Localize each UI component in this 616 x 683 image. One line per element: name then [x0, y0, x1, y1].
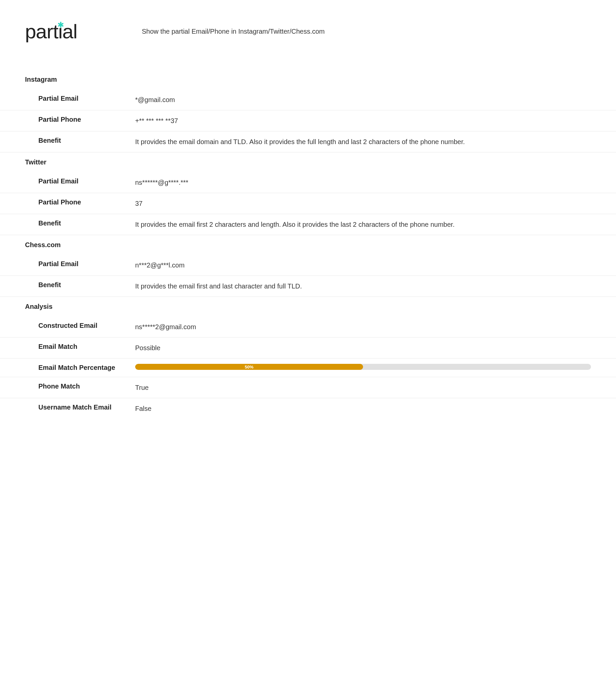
twitter-benefit-row: Benefit It provides the email first 2 ch…: [0, 214, 616, 235]
constructed-email-row: Constructed Email ns*****2@gmail.com: [0, 317, 616, 338]
chesscom-section-title: Chess.com: [0, 235, 616, 255]
chesscom-benefit-row: Benefit It provides the email first and …: [0, 276, 616, 297]
twitter-partial-email-label: Partial Email: [38, 177, 135, 185]
phone-match-row: Phone Match True: [0, 377, 616, 398]
twitter-partial-email-row: Partial Email ns******@g****.***: [0, 172, 616, 193]
chesscom-benefit-value: It provides the email first and last cha…: [135, 281, 591, 291]
instagram-benefit-value: It provides the email domain and TLD. Al…: [135, 137, 591, 147]
instagram-partial-phone-label: Partial Phone: [38, 116, 135, 123]
email-match-percentage-row: Email Match Percentage 50%: [0, 359, 616, 377]
email-match-label: Email Match: [38, 343, 135, 350]
instagram-partial-email-value: *@gmail.com: [135, 95, 591, 105]
email-match-progress-text: 50%: [245, 365, 253, 369]
email-match-percentage-label: Email Match Percentage: [38, 364, 135, 371]
chesscom-partial-email-label: Partial Email: [38, 260, 135, 268]
twitter-partial-phone-row: Partial Phone 37: [0, 193, 616, 214]
instagram-partial-phone-row: Partial Phone +** *** *** **37: [0, 110, 616, 131]
twitter-partial-phone-label: Partial Phone: [38, 199, 135, 206]
chesscom-partial-email-row: Partial Email n***2@g***l.com: [0, 255, 616, 276]
instagram-section-title: Instagram: [0, 70, 616, 89]
logo-text-part1: part: [25, 20, 58, 43]
phone-match-label: Phone Match: [38, 383, 135, 390]
twitter-benefit-value: It provides the email first 2 characters…: [135, 220, 591, 229]
instagram-benefit-row: Benefit It provides the email domain and…: [0, 131, 616, 153]
twitter-partial-email-value: ns******@g****.***: [135, 177, 591, 187]
chesscom-partial-email-value: n***2@g***l.com: [135, 260, 591, 270]
username-match-email-row: Username Match Email False: [0, 398, 616, 419]
instagram-benefit-label: Benefit: [38, 137, 135, 144]
constructed-email-value: ns*****2@gmail.com: [135, 322, 591, 332]
logo: part✱ial: [25, 20, 115, 43]
phone-match-value: True: [135, 383, 591, 392]
twitter-partial-phone-value: 37: [135, 199, 591, 208]
username-match-email-label: Username Match Email: [38, 404, 135, 411]
constructed-email-label: Constructed Email: [38, 322, 135, 329]
email-match-progress-container: 50%: [135, 364, 591, 370]
email-match-value: Possible: [135, 343, 591, 353]
analysis-section-title: Analysis: [0, 297, 616, 317]
email-match-progress-fill: 50%: [135, 364, 363, 370]
chesscom-benefit-label: Benefit: [38, 281, 135, 289]
tool-description: Show the partial Email/Phone in Instagra…: [142, 28, 591, 35]
email-match-progress-bar: 50%: [135, 364, 591, 370]
username-match-email-value: False: [135, 404, 591, 413]
email-match-row: Email Match Possible: [0, 338, 616, 359]
instagram-partial-phone-value: +** *** *** **37: [135, 116, 591, 126]
main-container: part✱ial Show the partial Email/Phone in…: [0, 0, 616, 419]
instagram-partial-email-label: Partial Email: [38, 95, 135, 103]
instagram-partial-email-row: Partial Email *@gmail.com: [0, 89, 616, 110]
twitter-section-title: Twitter: [0, 153, 616, 172]
header: part✱ial Show the partial Email/Phone in…: [0, 0, 616, 70]
twitter-benefit-label: Benefit: [38, 220, 135, 227]
